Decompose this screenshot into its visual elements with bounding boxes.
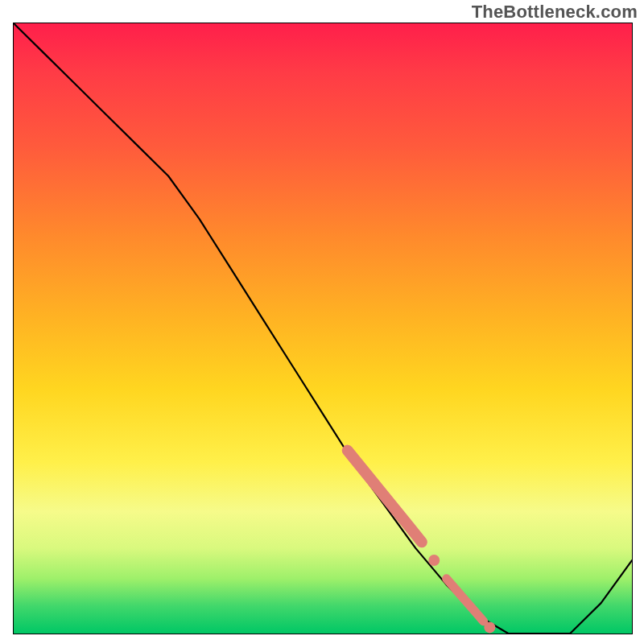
chart-svg [14,23,632,634]
highlight-segment [447,579,484,621]
plot-area [13,23,633,634]
highlight-segment [348,451,422,543]
bottleneck-curve [14,23,632,634]
chart-container: TheBottleneck.com [0,0,644,644]
highlight-point [484,621,495,633]
watermark-text: TheBottleneck.com [472,2,638,23]
highlight-point [428,555,440,566]
